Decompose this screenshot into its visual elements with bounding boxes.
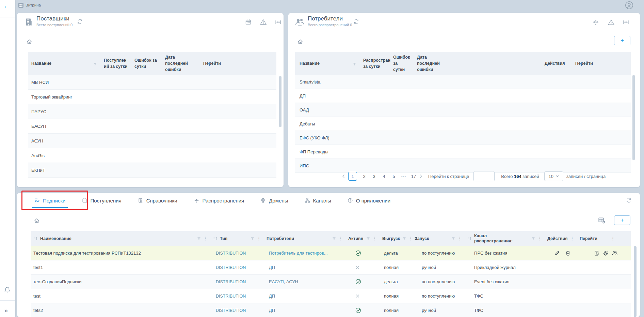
doc-search-icon[interactable] — [594, 250, 600, 256]
consumers-title: Потребители — [308, 15, 343, 22]
table-row[interactable]: test DISTRIBUTION ДП полная по поступлен… — [31, 289, 631, 303]
filter-icon[interactable] — [332, 237, 336, 241]
next-page-icon[interactable] — [419, 174, 422, 178]
table-row[interactable]: Smartvista — [295, 75, 631, 89]
total-records: Всего 164 записей — [501, 174, 539, 179]
table-row[interactable]: Торговый эквайринг — [28, 90, 276, 104]
consumers-table: Название Распростран за сутки Ошибок за … — [295, 52, 631, 173]
tab-receipts[interactable]: Поступления — [82, 193, 122, 208]
consumers-panel-header: Потребители Всего распространений 0 — [288, 13, 640, 31]
page-number[interactable]: 2 — [361, 174, 367, 179]
table-row[interactable]: tets2 DISTRIBUTION ДП полная ручной ТФС — [31, 303, 631, 317]
table-row[interactable]: ЕАСУП — [28, 119, 276, 134]
table-row[interactable]: test1 DISTRIBUTION ДП полная ручной Прик… — [31, 260, 631, 275]
table-row[interactable]: ЕФС (УКО ФЛ) — [295, 131, 631, 145]
home-icon[interactable] — [34, 217, 40, 224]
column-header: Потребители⋮ — [264, 231, 345, 246]
page-size-select[interactable]: 10 — [544, 171, 563, 181]
back-arrow-icon[interactable]: ← — [3, 2, 10, 9]
edit-pencil-icon[interactable] — [554, 250, 560, 256]
page-number[interactable]: 3 — [371, 174, 377, 179]
notifications-bell-icon[interactable] — [4, 286, 11, 293]
delete-trash-icon[interactable] — [565, 250, 571, 256]
filter-icon[interactable] — [197, 237, 201, 241]
distribution-arrows-icon[interactable] — [592, 19, 599, 26]
gear-icon[interactable] — [603, 250, 609, 256]
suppliers-rows: МВ НСИТорговый эквайрингПАРУСЕАСУПАСУНAr… — [28, 75, 276, 178]
table-row[interactable]: Тестовая подписка для тестирования РСПиТ… — [31, 246, 631, 260]
home-icon[interactable] — [297, 39, 303, 45]
table-row[interactable]: ПАРУС — [28, 104, 276, 119]
page-number[interactable]: 17 — [411, 174, 416, 179]
column-header: Запуск⋮ — [412, 231, 465, 246]
add-consumer-button[interactable]: + — [614, 36, 630, 45]
consumers-header-icons — [592, 19, 629, 26]
consumers-subtitle: Всего распространений 0 — [308, 23, 352, 27]
filter-icon[interactable] — [93, 62, 97, 66]
goto-page-label: Перейти к странице — [428, 174, 469, 179]
subscriptions-panel: Подписки Поступления Справочники Распрос… — [17, 193, 640, 317]
column-header: Действия⋮ — [545, 231, 577, 246]
tab-distributions[interactable]: Распространения — [194, 193, 244, 208]
fit-width-icon[interactable] — [275, 19, 281, 25]
tab-directories[interactable]: Справочники — [138, 193, 177, 208]
list-check-icon — [34, 198, 40, 203]
people-icon[interactable] — [612, 250, 618, 256]
tab-domains[interactable]: Домены — [260, 193, 288, 208]
network-nodes-icon — [305, 198, 310, 203]
warning-triangle-icon[interactable] — [260, 19, 267, 25]
tab-about[interactable]: О приложении — [348, 193, 390, 208]
page-title: Витрина — [26, 3, 41, 7]
tab-subscriptions[interactable]: Подписки — [34, 193, 66, 208]
consumers-panel: Потребители Всего распространений 0 + На… — [288, 13, 640, 187]
filter-icon[interactable] — [402, 237, 406, 241]
refresh-icon[interactable] — [353, 19, 359, 25]
sort-icon[interactable] — [467, 237, 472, 241]
sort-icon[interactable] — [33, 237, 38, 241]
scrollbar-thumb[interactable] — [632, 75, 635, 160]
user-avatar-icon[interactable] — [625, 1, 633, 10]
column-header-spacer — [618, 231, 631, 246]
add-subscription-button[interactable]: + — [614, 215, 630, 225]
suppliers-header-icons — [245, 19, 281, 25]
people-icon — [295, 17, 305, 27]
home-icon[interactable] — [26, 39, 32, 45]
table-row[interactable]: ДП — [295, 89, 631, 103]
table-row[interactable]: МВ НСИ — [28, 75, 276, 90]
table-row[interactable]: ИПС — [295, 159, 631, 173]
table-row[interactable]: АСУН — [28, 134, 276, 148]
table-row[interactable]: тестСозданияПодписки DISTRIBUTION ЕАСУП,… — [31, 275, 631, 289]
scrollbar-thumb[interactable] — [634, 246, 637, 317]
table-row[interactable]: ArcGis — [28, 148, 276, 163]
page-number[interactable]: ••• — [401, 174, 406, 178]
table-row[interactable]: ЕКПиТ — [28, 163, 276, 178]
info-icon — [348, 198, 353, 203]
table-row[interactable]: ФП Переводы — [295, 145, 631, 159]
goto-page-input[interactable] — [473, 171, 495, 181]
per-page-label: записей / страница — [566, 174, 606, 179]
prev-page-icon[interactable] — [342, 174, 345, 178]
filter-icon[interactable] — [251, 237, 254, 241]
filter-icon[interactable] — [531, 237, 535, 241]
tab-channels[interactable]: Каналы — [305, 193, 331, 208]
fit-width-icon[interactable] — [623, 19, 629, 25]
expand-sidebar-icon[interactable]: » — [4, 307, 8, 314]
scrollbar-thumb[interactable] — [279, 76, 281, 127]
refresh-icon[interactable] — [77, 19, 83, 25]
doc-search-icon — [138, 198, 143, 203]
calendar-icon[interactable] — [245, 19, 252, 25]
column-header: Перейти — [200, 52, 230, 75]
suppliers-panel-header: Поставщики Всего поступлений 0 — [17, 13, 284, 31]
sort-icon[interactable] — [213, 237, 218, 241]
page-number[interactable]: 1 — [348, 172, 357, 181]
table-settings-icon[interactable] — [598, 217, 606, 224]
page-number[interactable]: 4 — [381, 174, 387, 179]
filter-icon[interactable] — [451, 237, 455, 241]
filter-icon[interactable] — [366, 237, 370, 241]
page-number[interactable]: 5 — [391, 174, 397, 179]
filter-icon[interactable] — [353, 62, 356, 66]
warning-triangle-icon[interactable] — [608, 19, 615, 26]
table-row[interactable]: Дебаты — [295, 117, 631, 131]
table-row[interactable]: ОАД — [295, 103, 631, 117]
refresh-icon[interactable] — [626, 197, 632, 203]
